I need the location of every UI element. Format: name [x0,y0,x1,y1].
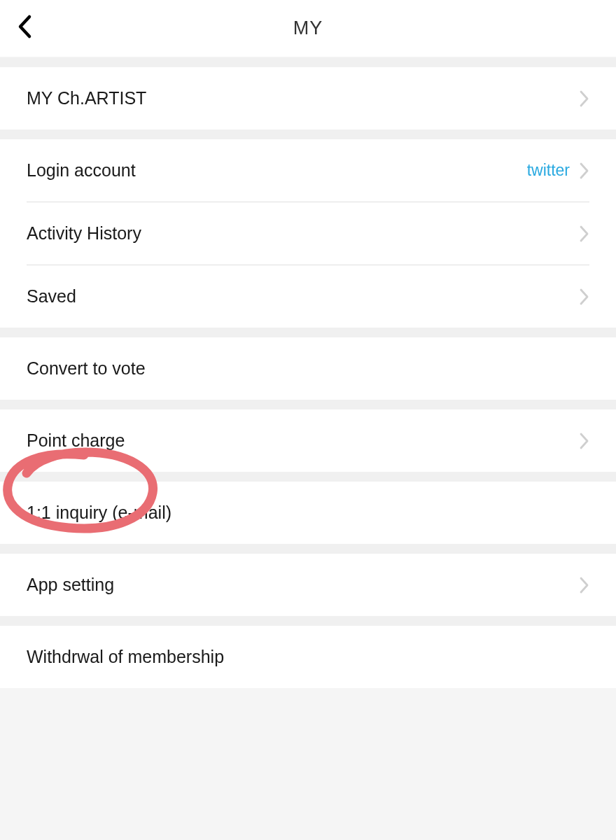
row-point-charge[interactable]: Point charge [0,410,616,472]
row-withdrawal[interactable]: Withdrwal of membership [0,626,616,688]
row-label: 1:1 inquiry (e-mail) [27,503,172,523]
section-spacer [0,544,616,554]
row-my-ch-artist[interactable]: MY Ch.ARTIST [0,67,616,130]
back-button[interactable] [17,14,32,42]
row-right [580,433,589,449]
login-account-value: twitter [527,161,570,180]
row-label: MY Ch.ARTIST [27,88,146,108]
row-label: Point charge [27,430,125,451]
row-label: Convert to vote [27,358,146,379]
row-label: Login account [27,160,136,181]
chevron-right-icon [580,288,589,305]
section-point: Point charge [0,410,616,472]
section-spacer [0,328,616,337]
row-convert-to-vote[interactable]: Convert to vote [0,337,616,400]
section-spacer [0,130,616,139]
section-spacer [0,400,616,410]
chevron-right-icon [580,225,589,242]
row-label: App setting [27,575,114,595]
section-withdrawal: Withdrwal of membership [0,626,616,688]
chevron-right-icon [580,90,589,107]
chevron-right-icon [580,162,589,179]
row-activity-history[interactable]: Activity History [0,202,616,265]
row-right [580,225,589,242]
section-spacer [0,472,616,482]
row-inquiry[interactable]: 1:1 inquiry (e-mail) [0,482,616,544]
section-spacer [0,57,616,67]
section-account: Login account twitter Activity History S… [0,139,616,328]
section-inquiry: 1:1 inquiry (e-mail) [0,482,616,544]
row-right [580,288,589,305]
row-right: twitter [527,161,589,180]
chevron-left-icon [17,14,32,39]
row-login-account[interactable]: Login account twitter [0,139,616,202]
section-artist: MY Ch.ARTIST [0,67,616,130]
chevron-right-icon [580,577,589,594]
row-right [580,577,589,594]
row-label: Activity History [27,223,141,244]
section-convert: Convert to vote [0,337,616,400]
row-label: Saved [27,286,76,307]
section-app-setting: App setting [0,554,616,616]
row-saved[interactable]: Saved [0,265,616,328]
page-title: MY [0,18,616,39]
chevron-right-icon [580,433,589,449]
header: MY [0,0,616,57]
section-spacer [0,616,616,626]
row-app-setting[interactable]: App setting [0,554,616,616]
row-right [580,90,589,107]
row-label: Withdrwal of membership [27,647,224,667]
